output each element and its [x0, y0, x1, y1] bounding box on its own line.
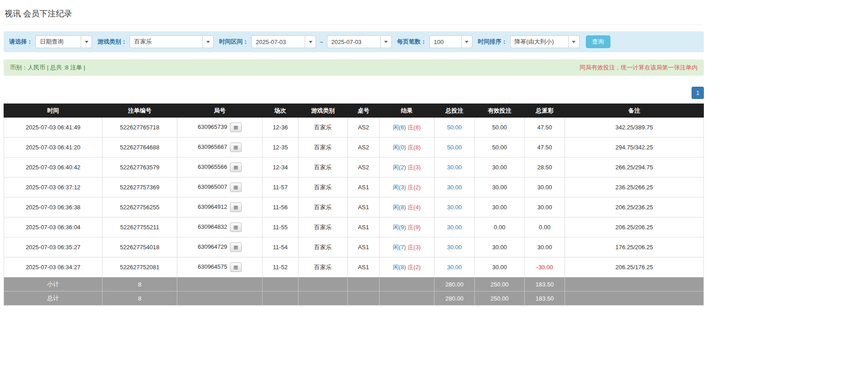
query-type-caret-button[interactable] [81, 35, 92, 48]
cell-time: 2025-07-03 06:36:38 [4, 197, 102, 217]
cell-round: 630964575▦ [177, 257, 263, 277]
view-round-result-button[interactable]: ▦ [230, 143, 242, 152]
result-banker: 庄(8) [408, 144, 421, 151]
chevron-down-icon [465, 41, 468, 43]
cell-note: 176.25/206.25 [565, 237, 704, 257]
view-round-result-button[interactable]: ▦ [230, 222, 242, 232]
cell-result: 闲(7) 庄(3) [380, 237, 434, 257]
view-round-result-button[interactable]: ▦ [230, 163, 242, 172]
result-player: 闲(3) [393, 184, 406, 191]
cell-session: 12-35 [263, 138, 298, 158]
cell-session: 11-57 [263, 178, 298, 197]
cell-bet-id: 522627752081 [102, 257, 177, 277]
cell-bet-id: 522627765718 [102, 118, 177, 138]
date-to-caret-button[interactable] [380, 35, 392, 48]
round-number: 630965739 [198, 123, 227, 130]
summary-bar: 币别：人民币 | 总共 :8 注单 | 同局有效投注，统一计算在该局第一张注单内 [4, 59, 704, 76]
summary-notice: 同局有效投注，统一计算在该局第一张注单内 [580, 64, 697, 72]
total-bet-link[interactable]: 30.00 [447, 204, 462, 211]
table-row: 2025-07-03 06:41:20522627764688630965667… [4, 138, 704, 158]
column-header: 局号 [177, 104, 263, 118]
view-round-result-button[interactable]: ▦ [230, 123, 242, 132]
cell-table-no: AS1 [348, 237, 380, 257]
footer-valid-bet: 250.00 [475, 291, 525, 306]
cards-icon: ▦ [234, 125, 238, 130]
query-type-select[interactable]: 日期查询 [35, 35, 92, 48]
footer-label: 小计 [4, 277, 102, 291]
result-player: 闲(2) [393, 164, 406, 171]
cell-round: 630965007▦ [177, 178, 263, 197]
footer-payout: 183.50 [525, 277, 565, 291]
date-from-picker[interactable]: 2025-07-03 [251, 35, 316, 48]
game-type-label: 游戏类别： [98, 38, 127, 46]
result-player: 闲(0) [393, 144, 406, 151]
query-type-value: 日期查询 [35, 35, 81, 48]
footer-count: 8 [102, 291, 177, 306]
footer-total-bet: 280.00 [434, 277, 475, 291]
cell-bet-id: 522627757369 [102, 178, 177, 197]
column-header: 时间 [4, 104, 102, 118]
cell-time: 2025-07-03 06:35:27 [4, 237, 102, 257]
cards-icon: ▦ [234, 165, 238, 170]
page-title: 视讯 会员下注纪录 [4, 5, 704, 25]
table-header-row: 时间注单编号局号场次游戏类别桌号结果总投注有效投注总派彩备注 [4, 104, 704, 118]
column-header: 桌号 [348, 104, 380, 118]
round-number: 630965667 [198, 143, 227, 150]
cell-result: 闲(0) 庄(8) [380, 138, 434, 158]
view-round-result-button[interactable]: ▦ [230, 262, 242, 272]
chevron-down-icon [309, 41, 312, 43]
cell-session: 11-56 [263, 197, 298, 217]
footer-empty [263, 291, 298, 306]
cards-icon: ▦ [234, 185, 238, 190]
cell-total-bet: 30.00 [434, 217, 475, 237]
total-bet-link[interactable]: 30.00 [447, 264, 462, 271]
search-button[interactable]: 查询 [586, 35, 610, 48]
cell-game-type: 百家乐 [298, 138, 348, 158]
table-row: 2025-07-03 06:36:38522627756255630964912… [4, 197, 704, 217]
summary-currency-count: 币别：人民币 | 总共 :8 注单 | [10, 64, 85, 72]
total-bet-link[interactable]: 30.00 [447, 244, 462, 251]
round-number: 630964729 [198, 243, 227, 250]
cell-note: 236.25/266.25 [565, 178, 704, 197]
cell-time: 2025-07-03 06:37:12 [4, 178, 102, 197]
game-type-caret-button[interactable] [202, 35, 214, 48]
cards-icon: ▦ [234, 245, 238, 250]
footer-empty [298, 291, 348, 306]
sort-label: 时间排序： [478, 38, 507, 46]
date-to-value: 2025-07-03 [327, 35, 380, 48]
pagination-page-1-button[interactable]: 1 [692, 87, 704, 99]
total-bet-link[interactable]: 50.00 [447, 144, 462, 151]
footer-empty [348, 277, 380, 291]
game-type-select[interactable]: 百家乐 [130, 35, 214, 48]
page-size-select[interactable]: 100 [429, 35, 473, 48]
cell-total-bet: 30.00 [434, 237, 475, 257]
cell-result: 闲(2) 庄(3) [380, 158, 434, 178]
round-number: 630964912 [198, 203, 227, 210]
footer-empty [565, 291, 704, 306]
result-banker: 庄(4) [408, 204, 421, 211]
total-bet-link[interactable]: 50.00 [447, 124, 462, 131]
view-round-result-button[interactable]: ▦ [230, 183, 242, 192]
footer-valid-bet: 250.00 [475, 277, 525, 291]
total-bet-link[interactable]: 30.00 [447, 224, 462, 231]
date-to-picker[interactable]: 2025-07-03 [327, 35, 392, 48]
footer-empty [263, 277, 298, 291]
page-size-caret-button[interactable] [461, 35, 473, 48]
page-size-label: 每页笔数： [397, 38, 427, 46]
date-from-caret-button[interactable] [305, 35, 316, 48]
cell-time: 2025-07-03 06:34:27 [4, 257, 102, 277]
bet-records-table: 时间注单编号局号场次游戏类别桌号结果总投注有效投注总派彩备注 2025-07-0… [4, 104, 704, 306]
time-sort-caret-button[interactable] [568, 35, 580, 48]
result-banker: 庄(3) [408, 164, 421, 171]
cell-game-type: 百家乐 [298, 118, 348, 138]
time-range-label: 时间区间： [219, 38, 249, 46]
view-round-result-button[interactable]: ▦ [230, 202, 242, 212]
view-round-result-button[interactable]: ▦ [230, 242, 242, 252]
column-header: 注单编号 [102, 104, 177, 118]
round-number: 630964832 [198, 223, 227, 230]
result-player: 闲(8) [393, 204, 406, 211]
total-bet-link[interactable]: 30.00 [447, 184, 462, 191]
cell-round: 630964832▦ [177, 217, 263, 237]
total-bet-link[interactable]: 30.00 [447, 164, 462, 171]
time-sort-select[interactable]: 降幂(由大到小) [510, 35, 580, 48]
